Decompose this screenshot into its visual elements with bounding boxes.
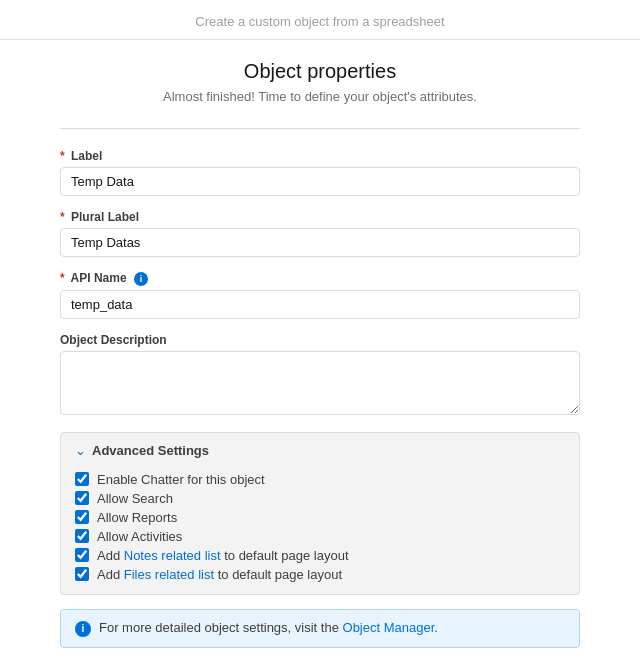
description-textarea[interactable] — [60, 351, 580, 415]
add-notes-checkbox[interactable] — [75, 548, 89, 562]
checkbox-list: Enable Chatter for this object Allow Sea… — [61, 468, 579, 594]
plural-label-field-group: * Plural Label — [60, 210, 580, 257]
add-files-link[interactable]: Files related list — [124, 567, 214, 582]
info-banner-text: For more detailed object settings, visit… — [99, 620, 438, 635]
label-field-group: * Label — [60, 149, 580, 196]
allow-search-label: Allow Search — [97, 491, 173, 506]
advanced-settings-header[interactable]: ⌄ Advanced Settings — [61, 433, 579, 468]
api-name-info-icon[interactable]: i — [134, 272, 148, 286]
label-field-label-text: Label — [71, 149, 102, 163]
plural-label-required-asterisk: * — [60, 210, 65, 224]
list-item: Add Notes related list to default page l… — [75, 548, 565, 563]
list-item: Allow Reports — [75, 510, 565, 525]
info-banner-text-after: . — [434, 620, 438, 635]
allow-activities-checkbox[interactable] — [75, 529, 89, 543]
label-required-asterisk: * — [60, 149, 65, 163]
page-subtitle: Almost finished! Time to define your obj… — [60, 89, 580, 104]
api-name-field-label-text: API Name — [71, 271, 127, 285]
section-divider — [60, 128, 580, 129]
label-input[interactable] — [60, 167, 580, 196]
chevron-down-icon: ⌄ — [75, 443, 86, 458]
object-manager-link-text: Object Manager — [343, 620, 435, 635]
plural-label-input[interactable] — [60, 228, 580, 257]
api-name-required-asterisk: * — [60, 271, 65, 285]
allow-activities-label: Allow Activities — [97, 529, 182, 544]
plural-label-field-label-text: Plural Label — [71, 210, 139, 224]
list-item: Allow Activities — [75, 529, 565, 544]
advanced-settings-title: Advanced Settings — [92, 443, 209, 458]
object-manager-link[interactable]: Object Manager — [343, 620, 435, 635]
description-field-label: Object Description — [60, 333, 580, 347]
add-files-label: Add Files related list to default page l… — [97, 567, 342, 582]
allow-reports-checkbox[interactable] — [75, 510, 89, 524]
page-title: Object properties — [60, 60, 580, 83]
info-banner: i For more detailed object settings, vis… — [60, 609, 580, 648]
info-banner-text-before: For more detailed object settings, visit… — [99, 620, 339, 635]
label-field-label: * Label — [60, 149, 580, 163]
api-name-input[interactable] — [60, 290, 580, 319]
add-notes-link[interactable]: Notes related list — [124, 548, 221, 563]
description-field-group: Object Description — [60, 333, 580, 418]
add-notes-label: Add Notes related list to default page l… — [97, 548, 349, 563]
allow-search-checkbox[interactable] — [75, 491, 89, 505]
enable-chatter-checkbox[interactable] — [75, 472, 89, 486]
top-header-title: Create a custom object from a spreadshee… — [195, 14, 444, 29]
list-item: Enable Chatter for this object — [75, 472, 565, 487]
info-banner-icon: i — [75, 621, 91, 637]
list-item: Allow Search — [75, 491, 565, 506]
advanced-settings-section: ⌄ Advanced Settings Enable Chatter for t… — [60, 432, 580, 595]
api-name-field-label: * API Name i — [60, 271, 580, 286]
add-files-checkbox[interactable] — [75, 567, 89, 581]
allow-reports-label: Allow Reports — [97, 510, 177, 525]
list-item: Add Files related list to default page l… — [75, 567, 565, 582]
top-header: Create a custom object from a spreadshee… — [0, 0, 640, 40]
enable-chatter-label: Enable Chatter for this object — [97, 472, 265, 487]
api-name-field-group: * API Name i — [60, 271, 580, 319]
plural-label-field-label: * Plural Label — [60, 210, 580, 224]
